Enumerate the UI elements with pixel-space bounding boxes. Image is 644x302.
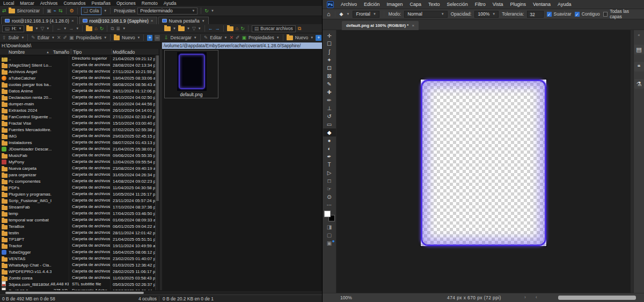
ps-menu-item-edición[interactable]: Edición: [364, 2, 380, 7]
refresh-icon[interactable]: ↻: [240, 26, 245, 31]
eyedropper-tool[interactable]: ✎: [323, 80, 336, 88]
refresh-dropdown-caret[interactable]: ▼: [211, 9, 214, 12]
refresh-icon[interactable]: ↻: [204, 8, 209, 13]
canvas-area[interactable]: [336, 30, 631, 293]
forward-arrow-icon[interactable]: →: [69, 26, 74, 31]
download-button[interactable]: Descargar: [171, 35, 192, 40]
remove-icon[interactable]: –: [155, 35, 160, 41]
file-row[interactable]: cuotas pargar tios ba...Carpeta de archi…: [0, 81, 156, 88]
forward-arrow-icon[interactable]: →: [215, 26, 220, 31]
frame-tool[interactable]: ⊠: [323, 72, 336, 80]
pen-tool[interactable]: ✒: [323, 153, 336, 161]
session-tab-2[interactable]: Nueva pestaña▼: [158, 17, 209, 24]
ps-menu-item-ventana[interactable]: Ventana: [533, 2, 551, 7]
menu-item-archivos[interactable]: Archivos: [40, 1, 58, 6]
brush-tool[interactable]: ✏: [323, 96, 336, 104]
menu-item-opciones[interactable]: Opciones: [116, 1, 136, 6]
copy-icon[interactable]: ⧉: [111, 26, 114, 31]
sync-arrows-icon[interactable]: ⇄: [2, 8, 6, 13]
column-header-nombre[interactable]: Nombre: [9, 49, 25, 55]
ps-menu-item-capa[interactable]: Capa: [410, 2, 422, 7]
ps-menu-item-texto[interactable]: Texto: [428, 2, 440, 7]
refresh-icon[interactable]: ↻: [100, 26, 104, 31]
drive-select[interactable]: 🖴 H: ▼: [2, 25, 24, 32]
vertical-scrollbar[interactable]: [155, 55, 159, 290]
menu-item-ayuda[interactable]: Ayuda: [164, 1, 177, 6]
sincronizar-button[interactable]: Sincronizar: [17, 8, 40, 13]
learn-panel-icon[interactable]: ▤: [634, 45, 644, 54]
document-canvas[interactable]: [421, 80, 546, 246]
file-row[interactable]: MusicFabCarpeta de archivos09/06/2024 05…: [0, 152, 156, 159]
remote-path-bar[interactable]: /volume1/@appdata/EmbyServer/cache/cover…: [162, 42, 322, 49]
preset-select[interactable]: Predeterminado ▼: [137, 8, 197, 15]
status-prev-icon[interactable]: ‹: [536, 294, 537, 300]
file-row[interactable]: 3dpea.com_f88180bf...48,448 KBSTL subtit…: [0, 281, 156, 287]
opacity-select[interactable]: 100% ▼: [474, 11, 499, 18]
queue-button[interactable]: ❏ Cola: [81, 7, 102, 15]
terminal-icon[interactable]: ⌁: [54, 8, 56, 13]
shape-tool[interactable]: □: [323, 177, 336, 185]
file-row[interactable]: PDFsCarpeta de archivos11/04/2025 04:30:…: [0, 184, 156, 191]
screen-mode-icon[interactable]: ▢: [323, 231, 336, 239]
crop-tool[interactable]: ⊡: [323, 64, 336, 72]
toolbar-options-ellipsis[interactable]: ⋯: [323, 201, 336, 209]
remote-file-item[interactable]: default.png: [164, 50, 218, 98]
canvas-horizontal-scrollbar[interactable]: [558, 296, 636, 300]
menu-item-pestañas[interactable]: Pestañas: [91, 1, 110, 6]
ps-menu-item-filtro[interactable]: Filtro: [475, 2, 486, 7]
home-icon[interactable]: ⌂: [94, 26, 97, 31]
upload-button[interactable]: Subir: [9, 35, 19, 40]
close-icon[interactable]: ×: [412, 23, 414, 28]
menu-item-local[interactable]: Local: [3, 1, 14, 6]
console-icon[interactable]: ▣: [47, 8, 52, 13]
ps-menu-item-plugins[interactable]: Plugins: [510, 2, 526, 7]
properties-button[interactable]: Propiedades: [76, 35, 102, 40]
comments-panel-icon[interactable]: ❝: [634, 62, 644, 71]
file-row[interactable]: Declaracion renta 20...Carpeta de archiv…: [0, 94, 156, 100]
ps-menu-item-ayuda[interactable]: Ayuda: [558, 2, 571, 7]
bookmark-directory-icon[interactable]: [178, 26, 185, 31]
open-directory-icon[interactable]: [164, 26, 171, 31]
file-row[interactable]: para organizarCarpeta de archivos31/05/2…: [0, 171, 156, 178]
file-row[interactable]: WPDFEPRO.v11.4.4.32...Carpeta de archivo…: [0, 268, 156, 275]
blur-tool[interactable]: ●: [323, 136, 336, 145]
path-selection-tool[interactable]: ▷: [323, 169, 336, 177]
file-row[interactable]: Fuentes Mercadolibre...Carpeta de archiv…: [0, 126, 156, 133]
paint-bucket-icon[interactable]: ◆: [340, 11, 343, 17]
file-row[interactable]: testinCarpeta de archivos28/11/2024 12:0…: [0, 229, 156, 236]
file-row[interactable]: TractorCarpeta de archivos19/11/2024 10:…: [0, 242, 156, 249]
close-icon[interactable]: ×: [151, 18, 153, 23]
file-row[interactable]: MyPonyCarpeta de archivos12/04/2025 09:5…: [0, 159, 156, 165]
ps-menu-item-selección[interactable]: Selección: [447, 2, 468, 7]
refresh-panels-icon[interactable]: ⇆: [58, 8, 63, 13]
file-row[interactable]: StreamFabCarpeta de archivos17/10/2024 0…: [0, 204, 156, 210]
home-icon[interactable]: ⌂: [327, 11, 331, 17]
session-tab-1[interactable]: root@192.168.1.9 (Sapphire)×: [79, 17, 157, 24]
file-row[interactable]: FanControl Siguente ...Carpeta de archiv…: [0, 113, 156, 120]
file-row[interactable]: Extraxtos 2024Carpeta de archivos26/10/2…: [0, 107, 156, 113]
transfer-folders-icon[interactable]: [9, 9, 15, 13]
paint-bucket-tool[interactable]: ◆: [323, 128, 336, 136]
menu-item-marcar[interactable]: Marcar: [20, 1, 34, 6]
dodge-tool[interactable]: ◐: [323, 145, 336, 153]
object-selection-tool[interactable]: ✦: [323, 56, 336, 64]
file-row[interactable]: temporal war combatCarpeta de archivos01…: [0, 217, 156, 223]
suavizar-checkbox[interactable]: ✓ Suavizar: [547, 11, 572, 17]
column-header-modificado[interactable]: Modificado: [113, 49, 135, 55]
file-row[interactable]: VENTASCarpeta de archivos23/02/2025 01:4…: [0, 255, 156, 262]
ps-menu-item-imagen[interactable]: Imagen: [387, 2, 403, 7]
blend-mode-select[interactable]: Normal ▼: [404, 11, 447, 18]
filter-icon[interactable]: ▽: [192, 26, 196, 31]
transfer-settings-icon[interactable]: ⧉: [298, 26, 301, 31]
file-row[interactable]: Pc componentesCarpeta de archivos14/08/2…: [0, 178, 156, 184]
gear-icon[interactable]: ⚙: [70, 8, 74, 13]
history-brush-tool[interactable]: ↺: [323, 112, 336, 120]
file-row[interactable]: WhatsApp Chat - Cla...Carpeta de archivo…: [0, 262, 156, 268]
ps-menu-item-vista[interactable]: Vista: [493, 2, 503, 7]
menu-item-remoto[interactable]: Remoto: [142, 1, 158, 6]
edit-button[interactable]: Editar: [38, 35, 49, 40]
menu-item-comandos[interactable]: Comandos: [63, 1, 85, 6]
file-row[interactable]: TeraBoxCarpeta de archivos06/01/2025 09:…: [0, 223, 156, 229]
back-arrow-icon[interactable]: ←: [56, 26, 61, 31]
file-row[interactable]: Zombi coreaCarpeta de archivos11/03/2025…: [0, 275, 156, 281]
